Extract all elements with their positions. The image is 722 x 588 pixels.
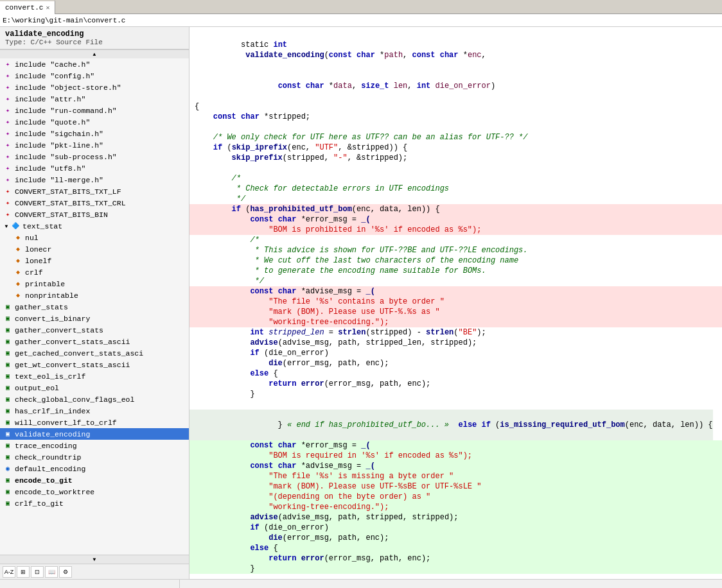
sort-az-button[interactable]: A-Z [3,566,15,578]
variable-icon: ◆ [13,232,23,243]
sidebar-item-utf8-h[interactable]: ✦ include "utf8.h" [0,162,189,174]
sidebar-subtitle: Type: C/C++ Source File [5,39,184,46]
sidebar-item-object-store-h[interactable]: ✦ include "object-store.h" [0,82,189,93]
code-line-highlight-red-3: "BOM is prohibited in '%s' if encoded as… [189,225,722,235]
sidebar: validate_encoding Type: C/C++ Source Fil… [0,27,189,579]
grid-button[interactable]: ⊞ [17,566,30,578]
sidebar-item-quote-h[interactable]: ✦ include "quote.h" [0,116,189,128]
filter-button[interactable]: ⊡ [31,566,44,578]
code-line-highlight-green-13: } [189,564,722,574]
code-line: static int validate_encoding(const char … [189,30,722,71]
sidebar-item-convert-stat-bits-txt-lf[interactable]: ✦ CONVERT_STAT_BITS_TXT_LF [0,186,189,197]
sidebar-item-text-stat[interactable]: ▼ 🔷 text_stat [0,220,189,232]
sidebar-item-crlf-to-git[interactable]: ▣ crlf_to_git [0,497,189,509]
sidebar-item-label: default_encoding [15,465,85,473]
sidebar-item-get-cached-convert-stats[interactable]: ▣ get_cached_convert_stats_asci [0,347,189,359]
code-line: { [189,101,722,112]
sidebar-item-convert-is-binary[interactable]: ▣ convert_is_binary [0,313,189,324]
code-line-highlight-red-1: if (has_prohibited_utf_bom(enc, data, le… [189,204,722,214]
code-line: /* [189,173,722,184]
sidebar-item-sigchain-h[interactable]: ✦ include "sigchain.h" [0,128,189,139]
define-icon: ✦ [3,198,13,208]
sidebar-item-check-roundtrip[interactable]: ▣ check_roundtrip [0,451,189,463]
sidebar-item-label: include "sigchain.h" [15,130,103,138]
sidebar-item-cache-h[interactable]: ✦ include "cache.h" [0,58,189,70]
tab-convert-c[interactable]: convert.c ✕ [0,0,55,14]
sidebar-item-get-wt-convert-stats[interactable]: ▣ get_wt_convert_stats_ascii [0,359,189,370]
code-line-highlight-green-2: "BOM is required in '%s' if encoded as %… [189,451,722,461]
sidebar-item-label: include "object-store.h" [15,83,121,92]
function-icon: ▣ [3,359,13,370]
sidebar-item-label: crlf [25,268,43,277]
code-line [189,574,722,579]
sidebar-item-gather-convert-stats-ascii[interactable]: ▣ gather_convert_stats_ascii [0,336,189,347]
sidebar-item-pkt-line-h[interactable]: ✦ include "pkt-line.h" [0,139,189,151]
code-line-highlight-green-12: return error(error_msg, path, enc); [189,553,722,564]
sidebar-item-has-crlf-in-index[interactable]: ▣ has_crlf_in_index [0,405,189,417]
editor-area[interactable]: static int validate_encoding(const char … [189,27,722,579]
sidebar-item-gather-stats[interactable]: ▣ gather_stats [0,301,189,313]
code-line-highlight-green-5: "mark (BOM). Please use UTF-%sBE or UTF-… [189,481,722,492]
sidebar-item-nonprintable[interactable]: ◆ nonprintable [0,290,189,301]
sidebar-item-convert-stat-bits-bin[interactable]: ✦ CONVERT_STAT_BITS_BIN [0,209,189,220]
code-line-highlight-red-7: "working-tree-encoding."); [189,317,722,327]
code-line-highlight-green-1: const char *error_msg = _( [189,440,722,451]
function-icon: ▣ [3,406,13,416]
main-area: validate_encoding Type: C/C++ Source Fil… [0,27,722,579]
sidebar-item-will-convert-lf-to-crlf[interactable]: ▣ will_convert_lf_to_crlf [0,417,189,428]
sidebar-item-encode-to-git[interactable]: ▣ encode_to_git [0,474,189,486]
sidebar-item-label: gather_stats [15,303,68,311]
sidebar-item-run-command-h[interactable]: ✦ include "run-command.h" [0,105,189,116]
code-line: */ [189,276,722,286]
sidebar-item-label: lonecr [25,245,51,254]
sidebar-item-nul[interactable]: ◆ nul [0,232,189,243]
sidebar-item-convert-stat-bits-txt-crl[interactable]: ✦ CONVERT_STAT_BITS_TXT_CRL [0,197,189,209]
sidebar-item-label: check_roundtrip [15,453,82,462]
sidebar-item-check-global-conv-flags[interactable]: ▣ check_global_conv_flags_eol [0,393,189,405]
sidebar-item-attr-h[interactable]: ✦ include "attr.h" [0,93,189,105]
code-line-highlight-green-7: "working-tree-encoding."); [189,502,722,512]
sidebar-item-gather-convert-stats[interactable]: ▣ gather_convert_stats [0,324,189,336]
sidebar-item-validate-encoding[interactable]: ▣ validate_encoding [0,428,189,440]
code-line-highlight-green-8: advise(advise_msg, path, stripped, strip… [189,512,722,523]
sidebar-item-label: check_global_conv_flags_eol [15,395,134,404]
sidebar-item-label: nul [25,234,39,242]
sidebar-item-printable[interactable]: ◆ printable [0,278,189,290]
code-line: return error(error_msg, path, enc); [189,379,722,389]
sidebar-item-label: include "cache.h" [15,60,90,69]
include-icon: ✦ [3,71,13,81]
sidebar-toolbar: A-Z ⊞ ⊡ 📖 ⚙ [0,564,189,579]
function-icon: ▣ [3,383,13,393]
sidebar-item-trace-encoding[interactable]: ▣ trace_encoding [0,440,189,451]
sidebar-item-label: CONVERT_STAT_BITS_BIN [15,211,108,219]
sidebar-item-output-eol[interactable]: ▣ output_eol [0,382,189,393]
sidebar-item-encode-to-worktree[interactable]: ▣ encode_to_worktree [0,486,189,497]
sidebar-scroll-up[interactable]: ▲ [0,49,189,58]
bottom-scrollbar[interactable] [0,579,722,588]
function-icon: ▣ [3,302,13,312]
code-line-highlight-red-4: const char *advise_msg = _( [189,286,722,297]
sidebar-tree[interactable]: ✦ include "cache.h" ✦ include "config.h"… [0,58,189,555]
sidebar-item-text-eol-is-crlf[interactable]: ▣ text_eol_is_crlf [0,370,189,382]
sidebar-scroll-down[interactable]: ▼ [0,555,189,564]
sidebar-item-config-h[interactable]: ✦ include "config.h" [0,70,189,82]
sidebar-item-crlf[interactable]: ◆ crlf [0,266,189,278]
variable-icon: ◆ [13,244,23,254]
code-line: * This advice is shown for UTF-??BE and … [189,245,722,255]
tab-close-icon[interactable]: ✕ [46,4,49,12]
book-button[interactable]: 📖 [45,566,58,578]
define-icon: ✦ [3,209,13,220]
sidebar-item-default-encoding[interactable]: ◉ default_encoding [0,463,189,474]
include-icon: ✦ [3,59,13,69]
sidebar-item-ll-merge-h[interactable]: ✦ include "ll-merge.h" [0,174,189,186]
sidebar-item-lonecr[interactable]: ◆ lonecr [0,243,189,255]
sidebar-item-label: get_wt_convert_stats_ascii [15,361,130,369]
sidebar-item-label: printable [25,280,65,288]
sidebar-item-lonelf[interactable]: ◆ lonelf [0,255,189,266]
sidebar-item-label: include "sub-process.h" [15,153,117,161]
settings-button[interactable]: ⚙ [59,566,72,578]
sidebar-item-sub-process-h[interactable]: ✦ include "sub-process.h" [0,151,189,162]
function-icon: ▣ [3,452,13,462]
sidebar-item-label: include "utf8.h" [15,164,85,173]
code-line: skip_prefix(stripped, "-", &stripped); [189,153,722,163]
